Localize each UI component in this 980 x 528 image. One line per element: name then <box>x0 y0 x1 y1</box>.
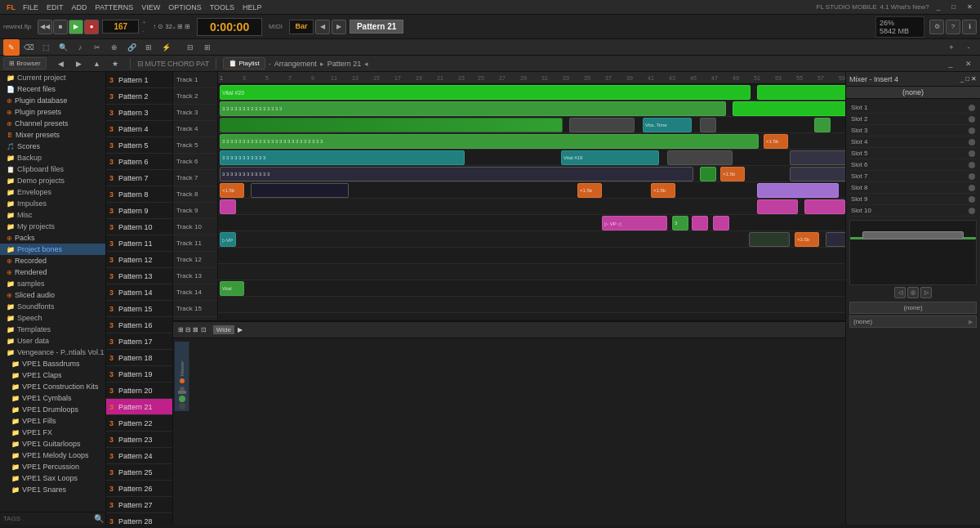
menu-help[interactable]: HELP <box>238 0 266 14</box>
track-label-9[interactable]: Track 9 <box>173 203 217 219</box>
menu-add[interactable]: ADD <box>68 0 91 14</box>
block-t3-3[interactable] <box>700 118 716 132</box>
search-icon[interactable]: 🔍 <box>94 514 104 523</box>
slot-enable-3[interactable] <box>969 128 975 134</box>
tool-chord[interactable]: ♪ <box>72 39 88 56</box>
pattern-item-15[interactable]: 3 Pattern 15 <box>106 301 172 317</box>
menu-view[interactable]: VIEW <box>137 0 164 14</box>
track-label-13[interactable]: Track 13 <box>173 268 217 284</box>
snap-btn[interactable]: ⊟ <box>182 39 198 56</box>
menu-tools[interactable]: TOOLS <box>206 0 238 14</box>
tool-knife[interactable]: ✂ <box>89 39 105 56</box>
help-btn2[interactable]: ? <box>946 20 960 34</box>
browser-item-samples[interactable]: 📁 samples <box>0 278 105 289</box>
pattern-item-11[interactable]: 3 Pattern 11 <box>106 235 172 252</box>
playlist-minimize[interactable]: _ <box>942 56 959 72</box>
playlist-tab[interactable]: 📋 Playlist <box>223 57 265 69</box>
browser-item-current-project[interactable]: 📁 Current project <box>0 72 105 83</box>
pattern-item-6[interactable]: 3 Pattern 6 <box>106 154 172 170</box>
track-row-14[interactable] <box>218 297 845 313</box>
browser-item-vpe1-ck[interactable]: 📁 VPE1 Construction Kits <box>0 381 105 392</box>
maximize-btn[interactable]: □ <box>947 3 960 11</box>
pattern-item-20[interactable]: 3 Pattern 20 <box>106 383 172 399</box>
track-label-14[interactable]: Track 14 <box>173 284 217 301</box>
browser-item-vengeance[interactable]: 📁 Vengeance - P..ntials Vol.1 <box>0 347 105 358</box>
block-t6-2[interactable] <box>790 167 845 181</box>
track-label-7[interactable]: Track 7 <box>173 170 217 186</box>
browser-item-scores[interactable]: 🎵 Scores <box>0 141 105 152</box>
block-t5-vital19[interactable]: Vital #19 <box>561 150 659 165</box>
tool-zoom[interactable]: 🔍 <box>55 39 71 56</box>
slot-enable-2[interactable] <box>969 116 975 123</box>
pattern-item-23[interactable]: 3 Pattern 23 <box>106 432 172 448</box>
browser-item-vpe1-fills[interactable]: 📁 VPE1 Fills <box>0 415 105 427</box>
mixer-main-fader[interactable] <box>849 220 977 285</box>
browser-item-backup[interactable]: 📁 Backup <box>0 152 105 163</box>
track-label-6[interactable]: Track 6 <box>173 154 217 170</box>
browser-item-channel-presets[interactable]: ⊕ Channel presets <box>0 118 105 129</box>
pattern-item-8[interactable]: 3 Pattern 8 <box>106 186 172 203</box>
track-row-13[interactable]: Vital <box>218 280 845 297</box>
block-t13-vital[interactable]: Vital <box>220 281 244 296</box>
browser-item-soundfonts[interactable]: 📁 Soundfonts <box>0 301 105 312</box>
record-btn[interactable]: ● <box>84 20 99 34</box>
block-t10-vp[interactable]: ▷VP <box>220 232 236 247</box>
block-t2-1[interactable]: 3 3 3 3 3 3 3 3 3 3 3 3 3 3 3 <box>220 101 726 116</box>
pattern-item-27[interactable]: 3 Pattern 27 <box>106 497 172 513</box>
block-t8-3[interactable] <box>804 199 845 214</box>
browser-item-vpe1-sax[interactable]: 📁 VPE1 Sax Loops <box>0 472 105 484</box>
browser-item-misc[interactable]: 📁 Misc <box>0 209 105 221</box>
pattern-item-16[interactable]: 3 Pattern 16 <box>106 317 172 333</box>
browser-item-templates[interactable]: 📁 Templates <box>0 324 105 335</box>
pattern-display[interactable]: Pattern 21 <box>350 20 403 34</box>
minimize-btn[interactable]: _ <box>933 3 944 11</box>
browser-item-clipboard[interactable]: 📋 Clipboard files <box>0 163 105 175</box>
track-row-10[interactable]: ▷VP ×3.5b 3 <box>218 231 845 248</box>
block-t5-g2[interactable] <box>790 150 845 165</box>
pattern-item-9[interactable]: 3 Pattern 9 <box>106 203 172 219</box>
mixer-slot-8[interactable]: Slot 8 <box>849 182 977 194</box>
tool-select[interactable]: ⬚ <box>38 39 54 56</box>
fader-btn-r[interactable]: ▷ <box>920 287 932 298</box>
pattern-item-4[interactable]: 3 Pattern 4 <box>106 121 172 137</box>
block-t6-1[interactable]: 3 3 3 3 3 3 3 3 3 3 3 3 <box>220 167 693 181</box>
nav-up[interactable]: ▲ <box>89 56 105 72</box>
slot-enable-9[interactable] <box>969 196 975 203</box>
block-t7-x[interactable]: ×1.5b <box>220 183 244 198</box>
pattern-item-2[interactable]: 3 Pattern 2 <box>106 88 172 105</box>
tool-stamp[interactable]: ⚡ <box>158 39 174 56</box>
block-t7-x2[interactable]: ×1.5b <box>577 183 602 198</box>
playlist-close[interactable]: ✕ <box>960 56 977 72</box>
track-row-15[interactable] <box>218 313 845 320</box>
block-t7-1[interactable] <box>251 183 349 198</box>
browser-item-speech[interactable]: 📁 Speech <box>0 312 105 324</box>
browser-item-vpe1-bass[interactable]: 📁 VPE1 Bassdrums <box>0 358 105 369</box>
menu-file[interactable]: FILE <box>19 0 42 14</box>
block-t9-3[interactable] <box>713 216 729 230</box>
track-row-5[interactable]: 3 3 3 3 3 3 3 3 3 3 3 Vital #19 <box>218 150 845 166</box>
browser-item-vpe1-guitar[interactable]: 📁 VPE1 Guitarloops <box>0 438 105 450</box>
browser-item-recorded[interactable]: ⊕ Recorded <box>0 255 105 266</box>
block-t3-2[interactable] <box>569 118 635 132</box>
menu-edit[interactable]: EDIT <box>42 0 68 14</box>
track-row-6[interactable]: 3 3 3 3 3 3 3 3 3 3 3 3 ×1.5b <box>218 166 845 182</box>
channel-strips[interactable]: Master <box>173 338 845 414</box>
browser-item-vpe1-fx[interactable]: 📁 VPE1 FX <box>0 427 105 438</box>
browser-item-mixer-presets[interactable]: 🎚 Mixer presets <box>0 129 105 141</box>
track-row-2[interactable]: 3 3 3 3 3 3 3 3 3 3 3 3 3 3 3 <box>218 101 845 117</box>
stop-btn[interactable]: ■ <box>53 20 68 34</box>
block-t3-4[interactable] <box>814 118 831 132</box>
nav-star[interactable]: ★ <box>107 56 123 72</box>
browser-item-my-projects[interactable]: 📁 My projects <box>0 221 105 232</box>
track-row-8[interactable] <box>218 199 845 215</box>
info-btn[interactable]: ℹ <box>962 20 977 34</box>
tool-link[interactable]: 🔗 <box>123 39 140 56</box>
track-label-1[interactable]: Track 1 <box>173 72 217 88</box>
mixer-close-btn[interactable]: ✕ <box>971 75 977 83</box>
mixer-slot-2[interactable]: Slot 2 <box>849 114 977 125</box>
browser-item-plugin-db[interactable]: ⊕ Plugin database <box>0 95 105 106</box>
menu-options[interactable]: OPTIONS <box>164 0 206 14</box>
block-t10-1[interactable] <box>749 232 790 247</box>
bar-dec[interactable]: ◀ <box>315 20 330 34</box>
track-row-3[interactable]: Vita..Time <box>218 117 845 133</box>
